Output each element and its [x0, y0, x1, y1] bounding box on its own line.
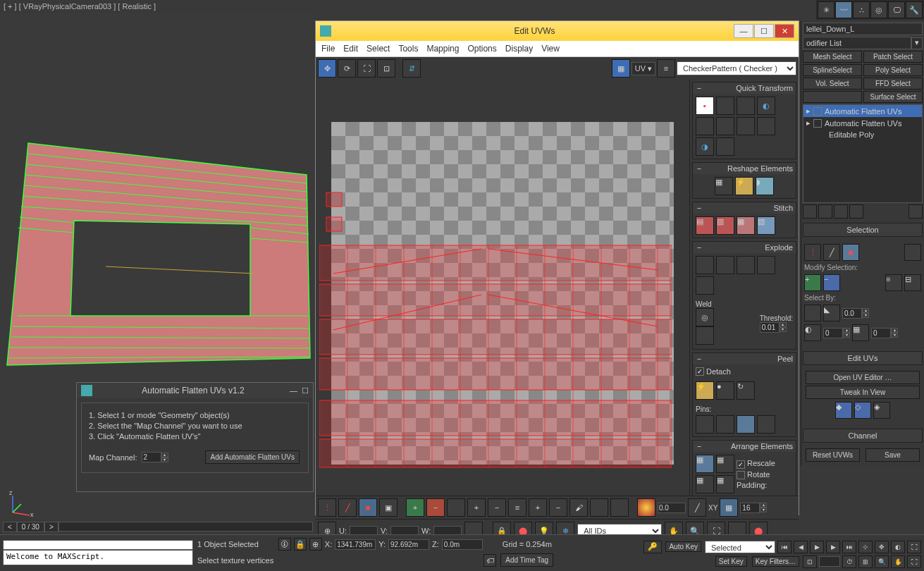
pack-icon[interactable]: ▦	[696, 475, 714, 493]
stitch-icon[interactable]: ▤	[696, 216, 714, 235]
stack-item[interactable]: Editable Poly	[803, 129, 922, 140]
qt-icon[interactable]	[716, 137, 734, 156]
sel-smg-icon[interactable]: ◐	[804, 324, 821, 341]
nav-icon[interactable]: ✋	[891, 555, 905, 568]
pack-icon[interactable]: ▦	[716, 475, 734, 493]
explode-icon[interactable]	[716, 256, 734, 274]
pack-icon[interactable]: ▦	[716, 455, 734, 473]
ring-icon[interactable]: ≡	[885, 274, 902, 291]
tb-icon[interactable]	[447, 498, 465, 517]
auto-key-button[interactable]: Auto Key	[665, 541, 701, 552]
tb-icon[interactable]: +	[467, 498, 486, 517]
grow-icon[interactable]: +	[804, 274, 821, 291]
pin-icon[interactable]	[696, 415, 714, 434]
open-uv-editor-button[interactable]: Open UV Editor …	[806, 371, 920, 384]
uv-channel-dropdown[interactable]: UV ▾	[632, 62, 655, 75]
modify-icon[interactable]: 〰	[835, 1, 852, 18]
explode-icon[interactable]	[696, 256, 714, 274]
align-icon[interactable]: ▪	[696, 97, 714, 115]
nav-icon[interactable]: ⛶	[907, 555, 921, 568]
motion-icon[interactable]: ◎	[870, 1, 887, 18]
lock-sel-icon[interactable]: 🛈	[278, 538, 291, 551]
surface-select-button[interactable]: Surface Select	[863, 91, 923, 103]
menu-file[interactable]: File	[321, 44, 335, 54]
qt-icon[interactable]	[737, 97, 755, 115]
menu-select[interactable]: Select	[366, 44, 390, 54]
display-icon[interactable]: 🖵	[888, 1, 905, 18]
threshold-spinner[interactable]: ▴▾	[760, 322, 787, 333]
qt-icon[interactable]	[737, 117, 755, 135]
add-afu-button[interactable]: Add Automatic Flatten UVs	[205, 450, 300, 464]
pack-icon[interactable]: ▦	[696, 455, 714, 473]
explode-icon[interactable]	[737, 256, 755, 274]
stack-item[interactable]: ▸Automatic Flatten UVs	[803, 105, 922, 117]
map-channel-spinner[interactable]: ▴▾	[142, 452, 168, 462]
time-tag-icon[interactable]: 🏷	[483, 554, 496, 567]
rotate-checkbox[interactable]	[737, 471, 745, 479]
create-icon[interactable]: ✳	[818, 1, 834, 18]
show-map-icon[interactable]: ▦	[612, 59, 630, 78]
smg-spinner[interactable]: ▴▾	[823, 328, 850, 338]
reset-uvws-button[interactable]: Reset UVWs	[806, 448, 860, 462]
quick-peel-icon[interactable]: ◈	[873, 402, 890, 419]
pin-stack-icon[interactable]	[803, 204, 817, 219]
tb-icon[interactable]: −	[549, 498, 567, 517]
edge-subobj-icon[interactable]: ╱	[823, 244, 840, 261]
mirror-icon[interactable]: ⇵	[402, 59, 421, 78]
angle-spinner[interactable]: ▴▾	[842, 308, 869, 319]
reshape-icon[interactable]: ▦	[715, 177, 733, 195]
modifier-list-arrow-icon[interactable]: ▾	[911, 37, 923, 49]
edit-uvs-rollout-header[interactable]: Edit UVs	[803, 351, 923, 365]
element-mode-icon[interactable]: ▣	[379, 498, 398, 517]
tb-icon[interactable]: ╱	[688, 498, 706, 517]
modifier-stack[interactable]: ▸Automatic Flatten UVs ▸Automatic Flatte…	[803, 104, 923, 203]
nav-icon[interactable]: 🔍	[875, 555, 889, 568]
stitch-header[interactable]: Stitch	[773, 204, 793, 212]
key-target-dropdown[interactable]: Selected	[705, 541, 775, 553]
uv-canvas[interactable]	[316, 80, 689, 496]
qt-icon[interactable]	[696, 117, 714, 135]
modifier-list-dropdown[interactable]: odifier List	[803, 37, 911, 49]
sel-by-angle-icon[interactable]: ◣	[823, 305, 840, 321]
y-input[interactable]	[388, 539, 429, 550]
poly-select-button[interactable]: Poly Select	[863, 64, 923, 76]
afu-maximize-icon[interactable]: ☐	[302, 386, 309, 395]
save-button[interactable]: Save	[866, 448, 920, 462]
peel-icon[interactable]: ⚡	[696, 381, 714, 400]
afu-minimize-icon[interactable]: —	[290, 386, 297, 395]
scrub-right-icon[interactable]: >	[44, 522, 58, 532]
qt-rotate-icon[interactable]: ◑	[696, 137, 714, 156]
element-icon[interactable]	[904, 244, 921, 261]
qt-icon[interactable]	[716, 117, 734, 135]
freeform-icon[interactable]: ⊡	[377, 59, 395, 78]
arrange-header[interactable]: Arrange Elements	[731, 442, 793, 450]
tweak-in-view-button[interactable]: Tweak In View	[806, 386, 920, 399]
vol-select-button[interactable]: Vol. Select	[803, 78, 862, 90]
rescale-checkbox[interactable]	[737, 460, 745, 469]
menu-display[interactable]: Display	[505, 44, 533, 54]
menu-mapping[interactable]: Mapping	[426, 44, 459, 54]
goto-end-icon[interactable]: ⏭	[842, 541, 856, 553]
vert-mode-icon[interactable]: ⋮	[318, 498, 336, 517]
explode-header[interactable]: Explode	[765, 243, 793, 252]
add-time-tag-button[interactable]: Add Time Tag	[500, 553, 553, 567]
spline-select-button[interactable]: SplineSelect	[803, 64, 862, 76]
detach-checkbox[interactable]	[696, 367, 704, 376]
rotate-icon[interactable]: ⟳	[338, 59, 356, 78]
menu-view[interactable]: View	[541, 44, 560, 54]
weld-icon[interactable]	[696, 326, 714, 345]
vertex-subobj-icon[interactable]: ⋮	[804, 244, 821, 261]
frame-input[interactable]	[819, 556, 840, 567]
sel-by-icon[interactable]	[804, 305, 821, 321]
reshape-header[interactable]: Reshape Elements	[727, 164, 793, 173]
x-input[interactable]	[335, 539, 376, 550]
time-slider[interactable]	[58, 522, 313, 532]
id-spinner[interactable]: ▴▾	[871, 328, 898, 338]
configure-icon[interactable]	[908, 204, 923, 219]
loop-icon[interactable]: ⊟	[904, 274, 921, 291]
abs-icon[interactable]: ⊕	[309, 538, 322, 551]
reshape-icon[interactable]: ⚡	[735, 177, 753, 195]
soft-sel-icon[interactable]	[637, 498, 655, 517]
qt-rotate-icon[interactable]: ◐	[757, 97, 775, 115]
nav-icon[interactable]: ◐	[891, 541, 905, 553]
